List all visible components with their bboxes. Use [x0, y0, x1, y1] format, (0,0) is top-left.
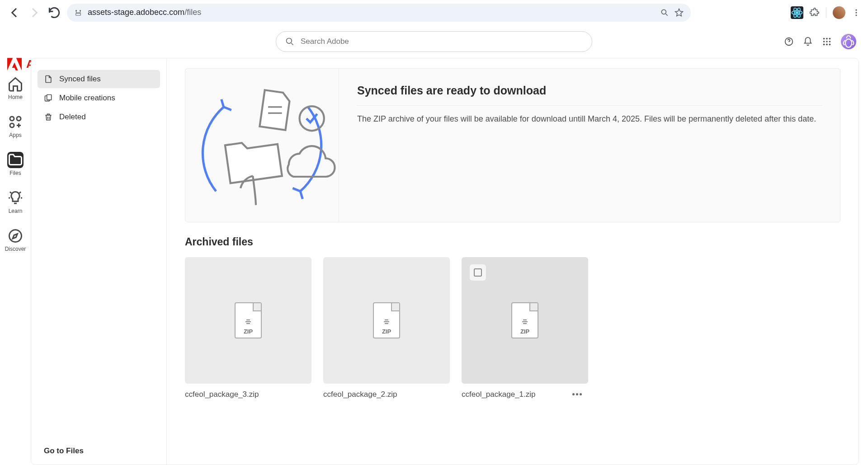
svg-point-8: [855, 9, 857, 10]
svg-point-10: [855, 14, 857, 16]
zip-label: ZIP: [520, 328, 529, 335]
svg-point-24: [10, 123, 14, 127]
rail-label-apps: Apps: [9, 132, 21, 138]
svg-point-22: [10, 117, 14, 121]
svg-point-23: [17, 117, 21, 121]
help-icon[interactable]: [784, 37, 794, 47]
svg-point-0: [75, 10, 77, 11]
file-card[interactable]: ZIP ccfeol_package_3.zip: [185, 257, 311, 399]
banner-body: The ZIP archive of your files will be av…: [357, 113, 822, 125]
url-bar[interactable]: assets-stage.adobecc.com/files: [67, 4, 691, 22]
banner-title: Synced files are ready to download: [357, 84, 822, 106]
sidebar-item-synced-files[interactable]: Synced files: [38, 70, 160, 88]
file-card[interactable]: ZIP ccfeol_package_2.zip: [323, 257, 450, 399]
user-avatar[interactable]: [841, 34, 856, 49]
svg-point-20: [826, 44, 828, 46]
home-icon: [7, 76, 24, 92]
rail-item-learn[interactable]: Learn: [7, 190, 24, 214]
apps-icon: [7, 114, 24, 130]
rail-label-files: Files: [9, 170, 21, 176]
browser-reload-button[interactable]: [47, 5, 61, 20]
sidebar-item-deleted[interactable]: Deleted: [38, 108, 160, 126]
sidebar-item-mobile-creations[interactable]: Mobile creations: [38, 89, 160, 107]
search-input[interactable]: [301, 37, 583, 46]
divider: [826, 7, 826, 18]
sidebar: Synced files Mobile creations Deleted Go…: [31, 58, 167, 465]
search-bar[interactable]: [276, 31, 592, 52]
banner-illustration: [185, 69, 339, 222]
svg-point-21: [829, 44, 831, 46]
svg-point-30: [300, 106, 324, 131]
svg-point-9: [855, 12, 857, 13]
main-content: Synced files are ready to download The Z…: [167, 58, 859, 465]
rail-label-discover: Discover: [5, 246, 26, 252]
file-name: ccfeol_package_1.zip: [462, 390, 588, 399]
rail-item-apps[interactable]: Apps: [7, 114, 24, 138]
notifications-icon[interactable]: [803, 37, 813, 47]
svg-rect-2: [76, 13, 81, 15]
trash-icon: [44, 113, 53, 122]
file-name: ccfeol_package_2.zip: [323, 390, 450, 399]
rail-label-home: Home: [8, 94, 23, 100]
files-grid: ZIP ccfeol_package_3.zip ZIP ccfeol_pack…: [185, 257, 840, 399]
archived-title: Archived files: [185, 236, 840, 248]
browser-forward-button[interactable]: [27, 5, 42, 20]
svg-point-18: [829, 41, 831, 42]
svg-point-25: [9, 230, 22, 242]
rail-item-discover[interactable]: Discover: [5, 228, 26, 252]
compass-icon: [7, 228, 24, 244]
svg-point-3: [661, 9, 666, 14]
zoom-icon[interactable]: [660, 8, 669, 17]
browser-menu-icon[interactable]: [852, 8, 861, 17]
svg-rect-27: [47, 95, 52, 100]
zip-icon: ZIP: [235, 302, 262, 338]
sidebar-label-deleted: Deleted: [59, 113, 86, 122]
svg-point-13: [823, 38, 825, 40]
zip-icon: ZIP: [373, 302, 400, 338]
browser-back-button[interactable]: [7, 5, 22, 20]
browser-profile-avatar[interactable]: [833, 6, 845, 19]
sidebar-label-mobile: Mobile creations: [59, 94, 115, 103]
main-panel: Synced files Mobile creations Deleted Go…: [31, 58, 859, 465]
extensions-icon[interactable]: [810, 8, 820, 18]
url-host: assets-stage.adobecc.com: [88, 8, 184, 17]
sidebar-label-synced: Synced files: [59, 75, 101, 84]
left-rail: Home Apps Files Learn Discover: [0, 58, 31, 465]
app-header: Adobe: [0, 25, 868, 58]
bookmark-star-icon[interactable]: [675, 8, 684, 17]
file-more-icon[interactable]: [570, 390, 585, 398]
folder-icon: [7, 152, 24, 168]
zip-label: ZIP: [382, 328, 391, 335]
rail-item-files[interactable]: Files: [7, 152, 24, 176]
svg-point-15: [829, 38, 831, 40]
file-name: ccfeol_package_3.zip: [185, 390, 311, 399]
svg-point-14: [826, 38, 828, 40]
react-devtools-icon[interactable]: [791, 6, 803, 19]
file-card[interactable]: ZIP ccfeol_package_1.zip: [462, 257, 588, 399]
lightbulb-icon: [7, 190, 24, 206]
file-icon: [44, 75, 53, 84]
svg-point-19: [823, 44, 825, 46]
zip-label: ZIP: [244, 328, 253, 335]
search-icon: [285, 37, 294, 46]
svg-point-16: [823, 41, 825, 42]
svg-point-11: [287, 38, 292, 44]
file-thumbnail: ZIP: [185, 257, 311, 384]
url-path: /files: [184, 8, 201, 17]
file-thumbnail: ZIP: [462, 257, 588, 384]
zip-icon: ZIP: [511, 302, 538, 338]
rail-item-home[interactable]: Home: [7, 76, 24, 100]
file-thumbnail: ZIP: [323, 257, 450, 384]
go-to-files-link[interactable]: Go to Files: [44, 446, 84, 456]
svg-point-1: [80, 10, 81, 11]
mobile-folder-icon: [44, 94, 53, 103]
svg-point-17: [826, 41, 828, 42]
apps-grid-icon[interactable]: [822, 37, 832, 47]
site-settings-icon[interactable]: [74, 9, 82, 17]
file-select-checkbox[interactable]: [470, 264, 486, 281]
browser-toolbar: assets-stage.adobecc.com/files: [0, 0, 868, 25]
rail-label-learn: Learn: [9, 208, 23, 214]
download-banner: Synced files are ready to download The Z…: [185, 68, 840, 222]
svg-point-4: [796, 11, 798, 14]
